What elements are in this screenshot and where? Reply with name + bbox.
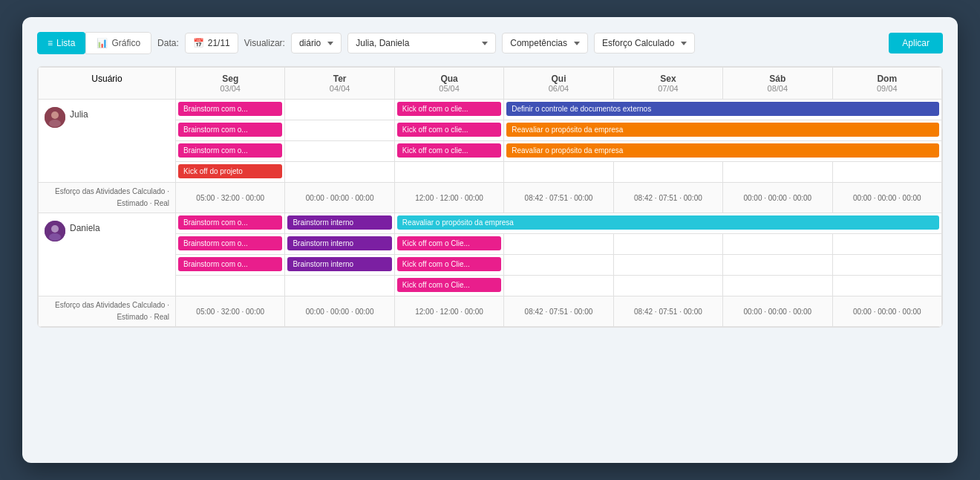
julia-r1-ter: [285, 100, 394, 120]
julia-row-1: Julia Brainstorm com o... Kick off com o…: [39, 100, 942, 120]
svg-point-1: [51, 111, 59, 119]
julia-r4-sex: [613, 162, 722, 183]
task-pill[interactable]: Brainstorm com o...: [178, 102, 282, 116]
daniela-r3-dom: [832, 255, 941, 276]
calendar-wrapper: Usuário Seg 03/04 Ter 04/04 Qua 05/04: [37, 66, 943, 328]
daniela-r1-ter: Brainstorm interno: [285, 213, 394, 234]
task-pill[interactable]: Brainstorm com o...: [178, 236, 282, 250]
user-value: Julia, Daniela: [356, 38, 409, 48]
julia-r1-span: Definir o controle de documentos externo…: [504, 100, 942, 120]
julia-summary-sex: 08:42 · 07:51 · 00:00: [613, 183, 722, 213]
julia-avatar: [45, 107, 65, 128]
julia-r3-ter: [285, 141, 394, 162]
user-select[interactable]: Julia, Daniela: [347, 33, 496, 53]
julia-r4-qui: [504, 162, 613, 183]
julia-r4-sab: [723, 162, 832, 183]
daniela-r3-qua: Kick off com o Clie...: [394, 255, 503, 276]
julia-r2-ter: [285, 120, 394, 141]
task-pill[interactable]: Brainstorm interno: [287, 236, 391, 250]
lista-button[interactable]: ≡ Lista: [37, 32, 85, 54]
visualizar-select[interactable]: diário: [291, 33, 342, 53]
julia-summary-qui: 08:42 · 07:51 · 00:00: [504, 183, 613, 213]
competencias-label: Competências: [510, 38, 567, 48]
daniela-r3-seg: Brainstorm com o...: [176, 255, 285, 276]
julia-r3-qua: Kick off com o clie...: [394, 141, 503, 162]
julia-r2-qua: Kick off com o clie...: [394, 120, 503, 141]
daniela-r4-qui: [504, 276, 613, 296]
daniela-r1-seg: Brainstorm com o...: [176, 213, 285, 234]
daniela-r2-dom: [832, 234, 941, 255]
julia-r4-seg: Kick off do projeto: [176, 162, 285, 183]
daniela-name: Daniela: [70, 219, 100, 233]
task-pill[interactable]: Brainstorm com o...: [178, 123, 282, 137]
svg-point-2: [49, 120, 61, 127]
daniela-summary-sex: 08:42 · 07:51 · 00:00: [613, 296, 722, 327]
date-picker[interactable]: 📅 21/11: [185, 33, 238, 53]
julia-avatar-svg: [45, 107, 65, 128]
julia-r3-seg: Brainstorm com o...: [176, 141, 285, 162]
daniela-r1-span: Reavaliar o propósito da empresa: [394, 213, 941, 234]
daniela-summary-sab: 00:00 · 00:00 · 00:00: [723, 296, 832, 327]
task-pill[interactable]: Brainstorm com o...: [178, 143, 282, 158]
daniela-summary-label: Esforço das Atividades Calculado · Estim…: [39, 296, 176, 327]
daniela-avatar-svg: [45, 221, 65, 241]
daniela-r2-seg: Brainstorm com o...: [176, 234, 285, 255]
task-pill[interactable]: Kick off com o clie...: [397, 102, 501, 116]
calendar-table: Usuário Seg 03/04 Ter 04/04 Qua 05/04: [38, 67, 942, 327]
esforco-select[interactable]: Esforço Calculado: [594, 33, 695, 53]
daniela-summary-seg: 05:00 · 32:00 · 00:00: [176, 296, 285, 327]
task-pill[interactable]: Kick off com o clie...: [397, 123, 501, 137]
daniela-r2-sab: [723, 234, 832, 255]
daniela-r3-sab: [723, 255, 832, 276]
esforco-arrow-icon: [681, 42, 687, 45]
task-pill[interactable]: Brainstorm interno: [287, 215, 391, 230]
daniela-r2-sex: [613, 234, 722, 255]
task-pill[interactable]: Kick off com o Clie...: [397, 257, 501, 271]
julia-summary-qua: 12:00 · 12:00 · 00:00: [394, 183, 503, 213]
task-pill[interactable]: Kick off com o Clie...: [397, 236, 501, 250]
task-pill[interactable]: Kick off com o clie...: [397, 143, 501, 158]
task-pill[interactable]: Brainstorm com o...: [178, 257, 282, 271]
daniela-r3-sex: [613, 255, 722, 276]
julia-r1-seg: Brainstorm com o...: [176, 100, 285, 120]
grafico-button[interactable]: 📊 Gráfico: [85, 32, 151, 54]
header-sex: Sex 07/04: [613, 68, 722, 100]
julia-summary-sab: 00:00 · 00:00 · 00:00: [723, 183, 832, 213]
task-pill[interactable]: Kick off com o Clie...: [397, 278, 501, 292]
competencias-arrow-icon: [574, 42, 580, 45]
julia-summary-row: Esforço das Atividades Calculado · Estim…: [39, 183, 942, 213]
julia-summary-label: Esforço das Atividades Calculado · Estim…: [39, 183, 176, 213]
aplicar-label: Aplicar: [902, 38, 930, 48]
data-label: Data:: [157, 38, 179, 48]
bars-icon: ≡: [48, 38, 53, 48]
daniela-r4-qua: Kick off com o Clie...: [394, 276, 503, 296]
aplicar-button[interactable]: Aplicar: [889, 33, 943, 53]
svg-point-5: [49, 233, 61, 241]
daniela-user-cell: Daniela: [45, 219, 169, 241]
header-ter: Ter 04/04: [285, 68, 394, 100]
header-qua: Qua 05/04: [394, 68, 503, 100]
daniela-r2-qua: Kick off com o Clie...: [394, 234, 503, 255]
daniela-summary-dom: 00:00 · 00:00 · 00:00: [832, 296, 941, 327]
daniela-summary-row: Esforço das Atividades Calculado · Estim…: [39, 296, 942, 327]
daniela-r3-ter: Brainstorm interno: [285, 255, 394, 276]
competencias-select[interactable]: Competências: [502, 33, 588, 53]
header-row: Usuário Seg 03/04 Ter 04/04 Qua 05/04: [39, 68, 942, 100]
date-value: 21/11: [208, 38, 230, 48]
lista-label: Lista: [56, 38, 75, 48]
calendar-body: Julia Brainstorm com o... Kick off com o…: [39, 100, 942, 327]
visualizar-value: diário: [299, 38, 321, 48]
task-pill[interactable]: Brainstorm interno: [287, 257, 391, 271]
task-pill[interactable]: Definir o controle de documentos externo…: [506, 102, 939, 116]
user-column-header: Usuário: [39, 68, 176, 100]
daniela-r2-qui: [504, 234, 613, 255]
task-pill[interactable]: Kick off do projeto: [178, 164, 282, 178]
view-toggle-group: ≡ Lista 📊 Gráfico: [37, 32, 151, 54]
task-pill[interactable]: Reavaliar o propósito da empresa: [397, 215, 939, 230]
julia-r1-qua: Kick off com o clie...: [394, 100, 503, 120]
task-pill[interactable]: Brainstorm com o...: [178, 215, 282, 230]
visualizar-label: Visualizar:: [244, 38, 285, 48]
app-container: ≡ Lista 📊 Gráfico Data: 📅 21/11 Visualiz…: [22, 17, 958, 463]
task-pill[interactable]: Reavaliar o propósito da empresa: [506, 143, 939, 158]
task-pill[interactable]: Reavaliar o propósito da empresa: [506, 123, 939, 137]
